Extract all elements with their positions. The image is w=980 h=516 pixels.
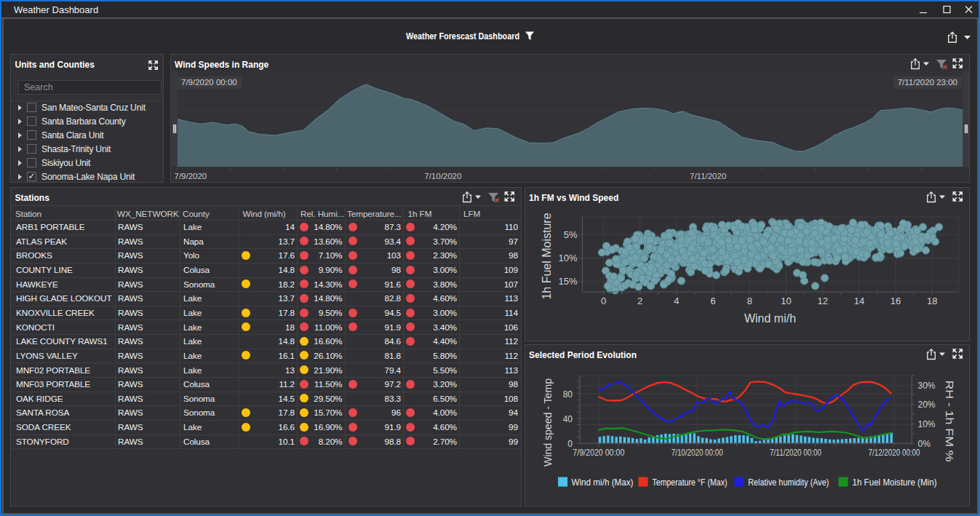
svg-text:7/10/2020 00:00: 7/10/2020 00:00 [671,448,722,458]
svg-text:RH - 1h FM %: RH - 1h FM % [943,380,955,461]
svg-text:7/11/2020 00:00: 7/11/2020 00:00 [770,448,821,458]
svg-text:Temperature °F (Max): Temperature °F (Max) [652,477,727,487]
svg-text:Wind speed - Temp: Wind speed - Temp [541,378,553,467]
svg-text:4: 4 [674,295,679,306]
svg-text:10: 10 [781,295,791,306]
svg-text:18: 18 [927,295,937,306]
svg-text:14: 14 [853,295,864,306]
svg-text:Relative humidity (Ave): Relative humidity (Ave) [748,477,829,487]
svg-text:0%: 0% [917,438,931,448]
svg-text:Weather Forescast Dashboard: Weather Forescast Dashboard [406,31,519,41]
svg-text:6: 6 [710,295,715,306]
svg-text:0: 0 [600,295,605,306]
svg-text:8: 8 [746,295,752,306]
svg-text:7/10/2020: 7/10/2020 [424,172,461,180]
svg-text:20%: 20% [917,400,935,410]
svg-text:16: 16 [890,295,900,306]
svg-text:1h Fuel Moisture (Min): 1h Fuel Moisture (Min) [852,477,936,487]
svg-text:1h Fuel Moisture: 1h Fuel Moisture [540,213,552,299]
svg-text:7/9/2020 00:00: 7/9/2020 00:00 [573,448,624,458]
svg-text:80: 80 [562,389,573,399]
svg-text:15%: 15% [558,276,577,287]
svg-text:Wind mi/h: Wind mi/h [744,312,795,325]
svg-text:7/12/2020 00:00: 7/12/2020 00:00 [868,448,920,458]
svg-text:10%: 10% [558,253,577,263]
svg-text:0: 0 [567,438,573,448]
svg-text:7/11/2020: 7/11/2020 [690,172,726,180]
svg-text:10%: 10% [917,419,935,429]
svg-text:12: 12 [817,295,827,306]
svg-text:30%: 30% [917,380,935,390]
svg-text:2: 2 [637,295,642,306]
svg-text:5%: 5% [563,229,577,240]
svg-text:Wind mi/h (Max): Wind mi/h (Max) [571,477,633,487]
svg-text:40: 40 [562,413,573,424]
svg-text:7/9/2020: 7/9/2020 [174,172,207,180]
